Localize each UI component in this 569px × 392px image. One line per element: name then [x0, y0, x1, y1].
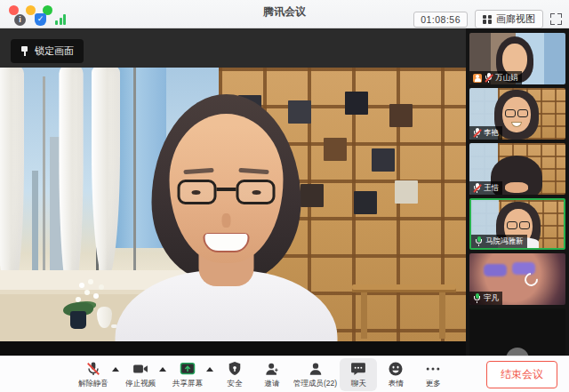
- participant-name: 万山娟: [495, 73, 518, 84]
- meeting-toolbar: 解除静音 停止视频 共享屏幕: [0, 356, 569, 392]
- participant-label: 王惜: [469, 181, 502, 195]
- loading-spinner-icon: [522, 270, 541, 289]
- speaker-glasses: [178, 180, 276, 206]
- participant-label: 宇凡: [469, 292, 502, 305]
- audio-options-caret-icon[interactable]: [112, 367, 119, 372]
- stop-video-label: 停止视频: [125, 379, 156, 389]
- scene-wooden-table: [352, 284, 456, 292]
- shield-icon: [226, 360, 244, 378]
- titlebar: 腾讯会议 i 01:08:56 画廊视图: [0, 0, 569, 28]
- invite-button[interactable]: 邀请: [253, 358, 291, 391]
- speaker-face: [170, 114, 284, 263]
- members-icon: [307, 360, 325, 378]
- chat-button[interactable]: 聊天: [340, 358, 377, 391]
- stop-video-button[interactable]: 停止视频: [122, 358, 159, 391]
- mic-active-icon: [475, 236, 483, 246]
- participants-sidebar: 万山娟 李艳 王惜 马院冯雅新: [466, 28, 569, 356]
- titlebar-status-icons: i: [14, 13, 66, 26]
- participant-name: 宇凡: [484, 293, 499, 304]
- participant-tile[interactable]: 万山娟: [469, 33, 565, 84]
- speaker-video[interactable]: [0, 68, 466, 341]
- manage-members-button[interactable]: 管理成员(22): [291, 358, 340, 391]
- unmute-label: 解除静音: [78, 379, 108, 389]
- invite-label: 邀请: [265, 379, 280, 389]
- participant-name: 马院冯雅新: [485, 236, 524, 247]
- more-button[interactable]: 更多: [414, 358, 452, 391]
- meeting-info-icon[interactable]: i: [14, 14, 26, 26]
- ellipsis-icon: [424, 360, 442, 378]
- chat-icon: [349, 360, 367, 378]
- scene-white-vase: [97, 307, 112, 328]
- member-badge-icon: [473, 74, 482, 83]
- share-screen-label: 共享屏幕: [172, 379, 203, 389]
- participant-tile-active-speaker[interactable]: 马院冯雅新: [469, 198, 565, 250]
- participant-name: 李艳: [484, 128, 499, 139]
- speaker-smile: [204, 233, 250, 252]
- end-meeting-button[interactable]: 结束会议: [486, 361, 557, 388]
- camera-icon: [132, 360, 149, 378]
- mic-muted-icon: [473, 183, 481, 193]
- more-label: 更多: [426, 379, 441, 389]
- participant-tile-partial[interactable]: [469, 308, 565, 356]
- emoji-label: 表情: [389, 379, 404, 389]
- tencent-meeting-window: 腾讯会议 i 01:08:56 画廊视图 锁定画面: [0, 0, 569, 392]
- main-video-stage: 锁定画面: [0, 28, 466, 356]
- share-options-caret-icon[interactable]: [206, 367, 213, 372]
- gallery-view-button[interactable]: 画廊视图: [475, 10, 543, 28]
- participant-name: 王惜: [484, 183, 499, 194]
- network-signal-icon: [55, 14, 66, 25]
- titlebar-actions: 01:08:56 画廊视图: [413, 10, 562, 28]
- invite-person-icon: [263, 360, 281, 378]
- participant-tile[interactable]: 王惜: [469, 143, 565, 195]
- avatar: [506, 348, 529, 356]
- pin-view-button[interactable]: 锁定画面: [11, 39, 84, 63]
- security-label: 安全: [228, 379, 243, 389]
- pin-icon: [20, 46, 28, 56]
- pin-view-label: 锁定画面: [35, 44, 74, 58]
- video-options-caret-icon[interactable]: [159, 367, 166, 372]
- share-screen-button[interactable]: 共享屏幕: [169, 358, 206, 391]
- meeting-timer: 01:08:56: [413, 12, 468, 28]
- participant-tile[interactable]: 宇凡: [469, 253, 565, 305]
- fullscreen-icon[interactable]: [550, 13, 562, 25]
- chat-label: 聊天: [351, 379, 366, 389]
- scene-orchid-plant: [63, 293, 93, 329]
- participant-label: 马院冯雅新: [471, 235, 527, 248]
- participant-label: 李艳: [469, 126, 502, 140]
- mic-muted-icon: [485, 73, 493, 83]
- emoji-icon: [387, 360, 405, 378]
- participant-tile[interactable]: 李艳: [469, 88, 565, 140]
- mic-active-icon: [473, 293, 481, 303]
- participant-label: 万山娟: [469, 71, 522, 84]
- manage-members-label: 管理成员(22): [293, 379, 337, 389]
- share-screen-icon: [179, 360, 196, 378]
- meeting-security-icon[interactable]: [35, 13, 46, 26]
- security-button[interactable]: 安全: [216, 358, 253, 391]
- unmute-button[interactable]: 解除静音: [75, 358, 112, 391]
- grid-icon: [483, 15, 492, 24]
- mic-muted-icon: [473, 128, 481, 138]
- emoji-button[interactable]: 表情: [377, 358, 414, 391]
- stage-letterbox: [0, 341, 466, 356]
- speaker-person: [116, 94, 338, 341]
- mic-muted-icon: [84, 360, 102, 378]
- gallery-view-label: 画廊视图: [496, 12, 535, 26]
